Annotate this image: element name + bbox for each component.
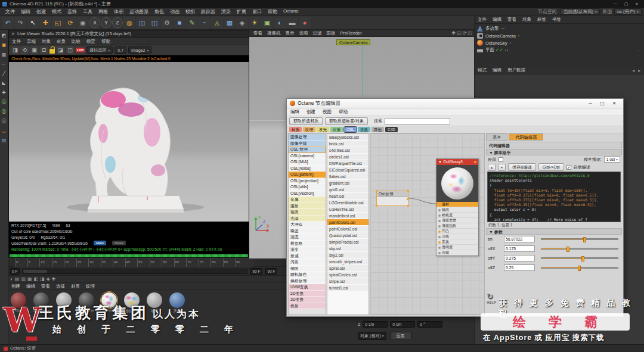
node-type-item[interactable]: 渐变 xyxy=(289,247,326,253)
menu-item[interactable]: 工具 xyxy=(80,8,95,15)
external-checkbox[interactable] xyxy=(499,157,503,162)
slider-handle[interactable] xyxy=(578,266,581,271)
project-end-field[interactable]: 90 F xyxy=(265,268,277,275)
node-type-item[interactable]: OSL[pattern] xyxy=(289,172,326,178)
osl-file-item[interactable]: spiralCircles.osl xyxy=(327,272,369,278)
node-input-port[interactable] xyxy=(438,225,441,228)
osl-file-item[interactable]: grid1.osl xyxy=(327,186,369,193)
attribute-menu-item[interactable]: 用户数据 xyxy=(504,67,528,73)
visibility-dots[interactable]: ·· xyxy=(636,41,642,45)
material-menu-item[interactable]: 编辑 xyxy=(23,284,38,289)
material-thumbnail[interactable]: 02 Octane xyxy=(32,292,50,314)
kernel-dropdown[interactable]: 路径追踪▾ xyxy=(86,46,113,54)
object-enabled-checks[interactable]: ✓✓ xyxy=(496,48,504,52)
model-mode-icon[interactable]: ▣ xyxy=(1,41,8,48)
object-tags[interactable]: ▪ xyxy=(518,34,520,38)
glossy-input-row[interactable]: 传输 xyxy=(436,250,478,256)
node-space-dropdown[interactable]: 当前(默认布局)▾ xyxy=(561,8,600,15)
viewport-menu-item[interactable]: 过滤 xyxy=(311,30,324,36)
script-helper-header[interactable]: ▼ 脚本助手 xyxy=(486,149,622,155)
osl-file-item[interactable]: sky.osl xyxy=(327,245,369,252)
glossy-input-row[interactable]: 漫射 xyxy=(436,202,478,207)
osl-texture-node[interactable]: Osl 纹理 xyxy=(376,191,408,206)
space-dropdown[interactable]: 对象 (相对) ▾ xyxy=(358,332,386,340)
material-thumbnail[interactable]: 随机颜色 xyxy=(123,292,141,314)
visibility-dots[interactable]: ·· xyxy=(636,34,642,38)
object-menu-item[interactable]: 文件 xyxy=(475,17,490,23)
apply-button[interactable]: 应用 xyxy=(390,332,411,340)
osl-node-title[interactable]: Osl 纹理 xyxy=(377,191,408,197)
menu-item[interactable]: 体积 xyxy=(111,8,126,15)
param-slider[interactable] xyxy=(541,238,618,240)
selection-tool-icon[interactable]: ↖ xyxy=(27,17,39,29)
add-cube-icon[interactable]: ■ xyxy=(174,17,185,29)
visibility-dots[interactable]: ·· xyxy=(636,48,642,52)
timeline-range-slider[interactable] xyxy=(22,269,247,274)
search-input[interactable] xyxy=(385,118,450,124)
timeline-ruler[interactable]: 051015202530354045505560657075808590 xyxy=(8,258,286,267)
viewport-rotate-icon[interactable]: ⟳ xyxy=(463,30,467,36)
material-panel-icon[interactable]: ▦ xyxy=(27,276,32,282)
last-tool-icon[interactable]: ◉ xyxy=(77,17,89,29)
glossy-input-row[interactable]: 镜面 xyxy=(436,207,478,213)
node-editor-menu-item[interactable]: 帮助 xyxy=(335,109,351,115)
osl-file-item[interactable]: gradient.osl xyxy=(327,180,369,186)
lock-resolution-icon[interactable] xyxy=(49,49,55,54)
osl-file-item[interactable]: sky2.osl xyxy=(327,252,369,258)
node-type-item[interactable]: 噪波 xyxy=(289,228,326,235)
node-input-port[interactable] xyxy=(438,209,441,211)
minimize-button[interactable]: ─ xyxy=(584,101,596,106)
material-thumbnail[interactable]: OctGlossy3 xyxy=(100,292,118,314)
menu-item[interactable]: 帮助 xyxy=(265,8,280,15)
snap-icon[interactable]: ◡ xyxy=(1,127,8,134)
osl-file-item[interactable]: simpleFractal.osl xyxy=(327,239,369,245)
node-type-item[interactable]: OSL[camera] xyxy=(289,153,326,160)
osl-file-item[interactable]: brick.osl xyxy=(327,141,369,147)
glossy-input-row[interactable]: 粗糙度 xyxy=(436,213,478,218)
slider-handle[interactable] xyxy=(566,247,569,252)
attribute-menu-item[interactable]: 编辑 xyxy=(490,67,504,73)
loop-end-field[interactable]: 90 F xyxy=(250,268,262,275)
material-sphere[interactable] xyxy=(56,292,72,308)
node-type-item[interactable]: 漫射 xyxy=(289,203,326,210)
move-tool-icon[interactable]: ✚ xyxy=(39,17,51,29)
node-output-port[interactable] xyxy=(407,198,409,200)
image-mode-dropdown[interactable]: Image2▾ xyxy=(128,46,151,54)
material-sphere[interactable] xyxy=(11,292,26,308)
auto-compile-checkbox[interactable]: ✓ xyxy=(566,165,571,170)
viewport-solo-single-icon[interactable]: Ⓢ xyxy=(1,108,8,115)
menu-item[interactable]: 窗口 xyxy=(249,8,265,15)
material-ball-icon[interactable]: ● xyxy=(299,17,311,29)
size-field[interactable]: 0 cm xyxy=(390,321,415,328)
osl-file-item[interactable]: flakes.osl xyxy=(327,173,369,180)
node-input-port[interactable] xyxy=(438,241,441,244)
camera-label[interactable]: OctaneCamera xyxy=(336,39,370,45)
live-viewer-menu-item[interactable]: 云端 xyxy=(24,39,39,45)
node-graph-canvas[interactable]: Osl 纹理 ▼ OctGlossy3 xyxy=(370,133,485,315)
material-thumbnail[interactable]: OctGlos xyxy=(55,292,73,314)
close-button[interactable]: ✕ xyxy=(608,101,620,106)
object-menu-item[interactable]: 对象 xyxy=(519,17,534,23)
enable-axis-icon[interactable]: ✚ xyxy=(1,89,8,96)
osl-file-item[interactable]: heart.osl xyxy=(327,193,369,200)
render-picture-viewer-icon[interactable]: ◫ xyxy=(148,17,160,29)
osl-file-item[interactable]: mandelbrot.osl xyxy=(327,213,369,219)
node-type-item[interactable]: 2D变换 xyxy=(289,291,326,297)
material-thumbnail[interactable]: 天空 xyxy=(168,292,186,314)
object-row[interactable]: 平面 ✓✓ ▪▪ ·· xyxy=(475,46,644,54)
viewport-menu-item[interactable]: 摄像机 xyxy=(265,30,283,36)
node-type-item[interactable]: 图像平铺 xyxy=(289,141,326,147)
maximize-button[interactable]: ▢ xyxy=(596,101,608,106)
node-type-item[interactable]: 侧面 xyxy=(289,266,326,272)
object-name[interactable]: 多边形 xyxy=(485,26,499,32)
param-value-field[interactable]: 0.175 xyxy=(504,245,535,252)
save-compile-button[interactable]: 保存&编译 xyxy=(508,163,536,171)
material-thumbnail[interactable]: 地面 xyxy=(145,292,163,314)
node-input-port[interactable] xyxy=(438,247,441,249)
node-input-port[interactable] xyxy=(438,236,441,238)
y-axis-lock-icon[interactable]: Y xyxy=(101,17,112,28)
material-menu-item[interactable]: 材质 xyxy=(68,284,83,289)
spline-icon[interactable]: ~ xyxy=(199,17,210,29)
osl-code-editor[interactable]: //reference: http://glslsandbox.com/e#43… xyxy=(487,172,621,222)
material-panel-icon[interactable]: ▥ xyxy=(21,276,26,282)
